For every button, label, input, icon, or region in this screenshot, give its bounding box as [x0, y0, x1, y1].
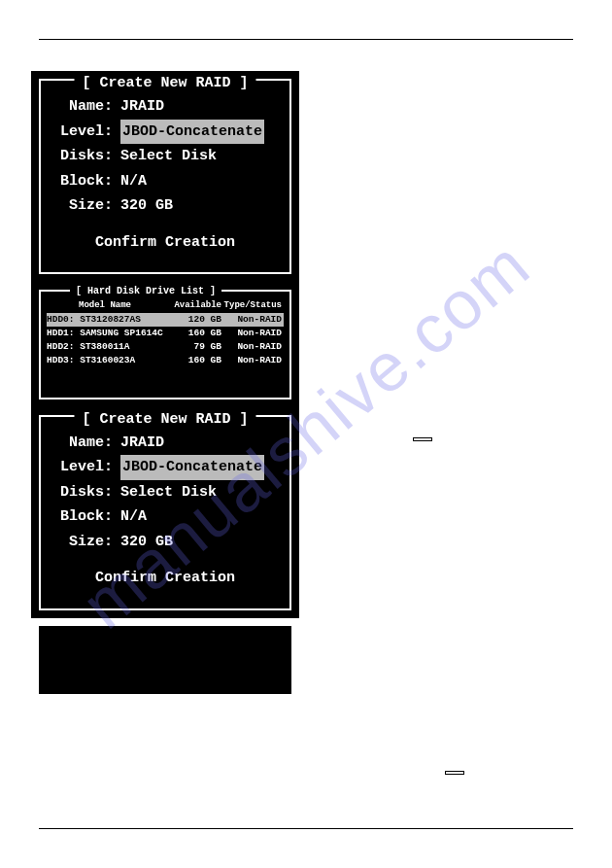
disks-value[interactable]: Select Disk: [120, 480, 217, 505]
block-label: Block:: [52, 169, 113, 194]
hdd-size: 120 GB: [173, 313, 221, 327]
hdd-model: HDD0: ST3120827AS: [47, 313, 173, 327]
name-label: Name:: [52, 431, 113, 456]
panel-title: [ Create New RAID ]: [74, 407, 255, 433]
hdd-model: HDD1: SAMSUNG SP1614C: [47, 327, 173, 340]
size-label: Size:: [52, 193, 113, 219]
hdd-model: HDD2: ST380011A: [47, 340, 173, 354]
hdd-row[interactable]: HDD0: ST3120827AS 120 GB Non-RAID: [47, 313, 284, 327]
hdd-size: 160 GB: [173, 354, 221, 367]
name-label: Name:: [52, 94, 113, 120]
block-value: N/A: [120, 169, 147, 194]
bottom-divider: [39, 828, 573, 829]
raid-panel-2: [ Create New RAID ] Name: JRAID Level: J…: [39, 415, 291, 610]
hdd-row[interactable]: HDD1: SAMSUNG SP1614C 160 GB Non-RAID: [47, 327, 284, 340]
disks-value[interactable]: Select Disk: [120, 144, 217, 169]
size-value: 320 GB: [120, 530, 173, 555]
hdd-list-panel: [ Hard Disk Drive List ] Model Name Avai…: [39, 290, 291, 399]
hdd-status: Non-RAID: [221, 313, 284, 327]
hdd-col-available: Available: [163, 299, 221, 313]
top-divider: [39, 39, 573, 40]
block-label: Block:: [52, 504, 113, 530]
confirm-creation[interactable]: Confirm Creation: [52, 230, 278, 256]
hdd-status: Non-RAID: [221, 340, 284, 354]
level-value[interactable]: JBOD-Concatenate: [120, 455, 264, 480]
hdd-row[interactable]: HDD3: ST3160023A 160 GB Non-RAID: [47, 354, 284, 367]
hdd-title: [ Hard Disk Drive List ]: [70, 284, 221, 298]
key-box-2: [445, 771, 464, 775]
raid-panel-1: [ Create New RAID ] Name: JRAID Level: J…: [39, 79, 291, 274]
panel-title: [ Create New RAID ]: [74, 71, 255, 96]
name-value: JRAID: [120, 431, 164, 456]
hdd-status: Non-RAID: [221, 354, 284, 367]
confirm-creation[interactable]: Confirm Creation: [52, 566, 278, 591]
disks-label: Disks:: [52, 480, 113, 505]
name-value: JRAID: [120, 94, 164, 120]
hdd-model: HDD3: ST3160023A: [47, 354, 173, 367]
hdd-status: Non-RAID: [221, 327, 284, 340]
disks-label: Disks:: [52, 144, 113, 169]
hdd-size: 160 GB: [173, 327, 221, 340]
hdd-col-model: Model Name: [47, 299, 163, 313]
block-value: N/A: [120, 504, 147, 530]
hdd-size: 79 GB: [173, 340, 221, 354]
size-label: Size:: [52, 530, 113, 555]
black-box: [39, 626, 291, 694]
level-label: Level:: [52, 120, 113, 145]
size-value: 320 GB: [120, 193, 173, 219]
hdd-row[interactable]: HDD2: ST380011A 79 GB Non-RAID: [47, 340, 284, 354]
level-value[interactable]: JBOD-Concatenate: [120, 120, 264, 145]
level-label: Level:: [52, 455, 113, 480]
key-box-1: [413, 437, 432, 441]
hdd-col-type: Type/Status: [221, 299, 284, 313]
